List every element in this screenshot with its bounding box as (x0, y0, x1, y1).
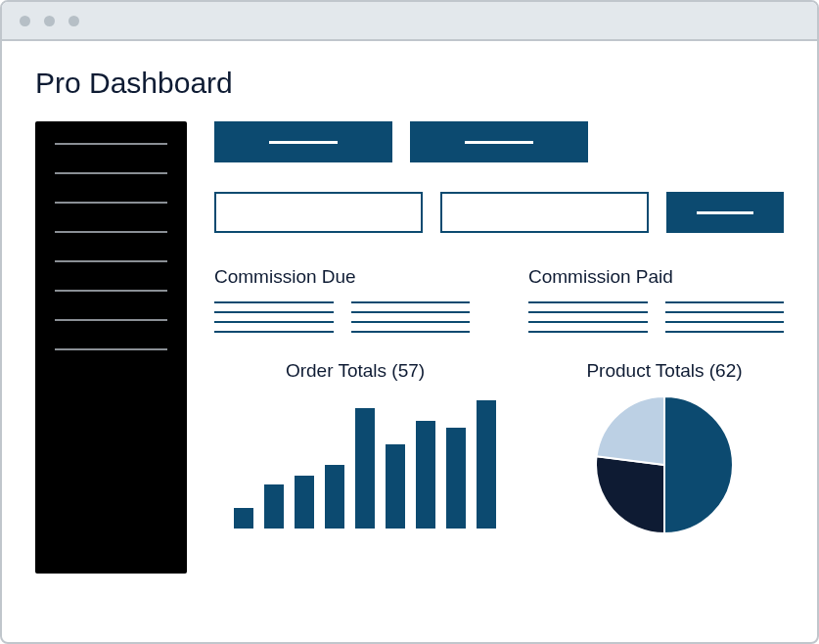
sidebar-item[interactable] (55, 172, 167, 174)
bar (386, 444, 405, 529)
commission-row: Commission Due (214, 266, 784, 333)
pie-slice (597, 396, 664, 465)
content-area: Pro Dashboard (2, 41, 817, 574)
commission-paid-content (528, 301, 784, 333)
toolbar-button-1[interactable] (214, 121, 392, 162)
filter-input-1[interactable] (214, 192, 423, 233)
sidebar-item[interactable] (55, 290, 167, 292)
pie-chart (545, 391, 784, 538)
sidebar-item[interactable] (55, 319, 167, 321)
filter-row (214, 192, 784, 233)
window-control-maximize[interactable] (68, 16, 79, 26)
bar (295, 476, 314, 529)
charts-row: Order Totals (57) Product Totals (62) (214, 360, 784, 538)
commission-due-block: Commission Due (214, 266, 470, 333)
sidebar-item[interactable] (55, 348, 167, 350)
text-lines (665, 301, 785, 333)
toolbar-button-2[interactable] (410, 121, 588, 162)
text-lines (351, 301, 471, 333)
bar (234, 508, 253, 529)
button-label-placeholder (269, 141, 338, 144)
bar (416, 421, 435, 529)
bar-chart (214, 391, 496, 529)
order-totals-title: Order Totals (57) (214, 360, 496, 382)
sidebar-item[interactable] (55, 143, 167, 145)
window-control-close[interactable] (20, 16, 30, 26)
bar (477, 400, 496, 529)
bar (355, 408, 375, 529)
sidebar (35, 121, 187, 574)
window-control-minimize[interactable] (44, 16, 55, 26)
main-panel: Commission Due (214, 121, 784, 574)
layout: Commission Due (35, 121, 784, 574)
bar (325, 465, 344, 529)
product-totals-chart: Product Totals (62) (545, 360, 784, 538)
sidebar-item[interactable] (55, 260, 167, 262)
app-window: Pro Dashboard (0, 0, 819, 644)
pie-slice (664, 396, 733, 533)
commission-due-content (214, 301, 470, 333)
commission-due-title: Commission Due (214, 266, 470, 288)
commission-paid-title: Commission Paid (528, 266, 784, 288)
text-lines (528, 301, 648, 333)
text-lines (214, 301, 334, 333)
pie-chart-svg (591, 391, 738, 538)
window-titlebar (2, 2, 817, 41)
page-title: Pro Dashboard (35, 67, 784, 100)
pie-slice (596, 456, 664, 533)
bar (446, 428, 466, 529)
sidebar-item[interactable] (55, 202, 167, 204)
commission-paid-block: Commission Paid (528, 266, 784, 333)
button-label-placeholder (697, 211, 753, 214)
product-totals-title: Product Totals (62) (545, 360, 784, 382)
toolbar (214, 121, 784, 162)
bar (264, 484, 284, 529)
filter-input-2[interactable] (440, 192, 649, 233)
order-totals-chart: Order Totals (57) (214, 360, 496, 538)
filter-submit-button[interactable] (666, 192, 784, 233)
button-label-placeholder (465, 141, 533, 144)
sidebar-item[interactable] (55, 231, 167, 233)
